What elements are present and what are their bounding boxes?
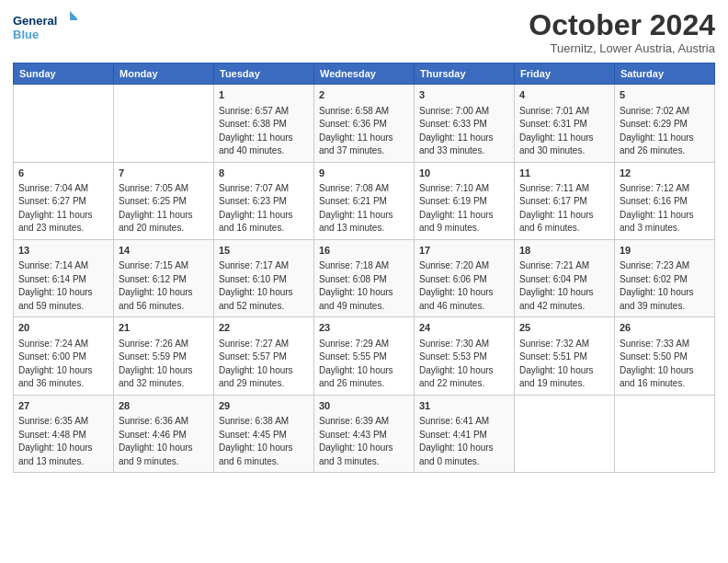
day-info: Sunrise: 7:21 AM Sunset: 6:04 PM Dayligh… xyxy=(519,259,609,313)
day-info: Sunrise: 6:57 AM Sunset: 6:38 PM Dayligh… xyxy=(219,105,309,158)
day-info: Sunrise: 6:41 AM Sunset: 4:41 PM Dayligh… xyxy=(419,415,509,468)
day-info: Sunrise: 7:23 AM Sunset: 6:02 PM Dayligh… xyxy=(620,259,710,313)
weekday-header-monday: Monday xyxy=(114,63,214,85)
day-info: Sunrise: 7:33 AM Sunset: 5:50 PM Dayligh… xyxy=(620,338,710,391)
day-info: Sunrise: 7:27 AM Sunset: 5:57 PM Dayligh… xyxy=(219,338,309,391)
day-number: 8 xyxy=(219,167,309,180)
day-info: Sunrise: 7:05 AM Sunset: 6:25 PM Dayligh… xyxy=(119,182,209,236)
title-block: October 2024 Tuernitz, Lower Austria, Au… xyxy=(529,9,715,55)
day-number: 5 xyxy=(620,88,710,102)
weekday-header-wednesday: Wednesday xyxy=(314,63,415,85)
weekday-header-saturday: Saturday xyxy=(615,63,715,85)
day-number: 31 xyxy=(419,399,509,413)
calendar-cell: 8Sunrise: 7:07 AM Sunset: 6:23 PM Daylig… xyxy=(214,162,314,239)
day-number: 27 xyxy=(18,399,108,413)
weekday-header-sunday: Sunday xyxy=(14,63,114,85)
day-number: 14 xyxy=(119,244,209,258)
day-number: 15 xyxy=(219,244,309,258)
day-info: Sunrise: 7:02 AM Sunset: 6:29 PM Dayligh… xyxy=(620,105,710,158)
day-info: Sunrise: 7:04 AM Sunset: 6:27 PM Dayligh… xyxy=(18,182,108,236)
calendar-cell: 9Sunrise: 7:08 AM Sunset: 6:21 PM Daylig… xyxy=(314,162,415,239)
calendar-cell: 16Sunrise: 7:18 AM Sunset: 6:08 PM Dayli… xyxy=(314,239,415,316)
calendar-cell: 13Sunrise: 7:14 AM Sunset: 6:14 PM Dayli… xyxy=(14,239,114,316)
day-number: 26 xyxy=(620,321,710,335)
day-info: Sunrise: 7:10 AM Sunset: 6:19 PM Dayligh… xyxy=(419,182,509,236)
calendar-cell: 24Sunrise: 7:30 AM Sunset: 5:53 PM Dayli… xyxy=(415,317,515,395)
svg-text:Blue: Blue xyxy=(13,28,39,41)
calendar-cell: 30Sunrise: 6:39 AM Sunset: 4:43 PM Dayli… xyxy=(314,395,415,472)
day-number: 13 xyxy=(18,244,108,258)
calendar-cell: 7Sunrise: 7:05 AM Sunset: 6:25 PM Daylig… xyxy=(114,162,214,239)
weekday-header-tuesday: Tuesday xyxy=(214,63,314,85)
calendar-cell: 28Sunrise: 6:36 AM Sunset: 4:46 PM Dayli… xyxy=(114,395,214,472)
day-number: 1 xyxy=(219,88,309,102)
calendar-table: SundayMondayTuesdayWednesdayThursdayFrid… xyxy=(13,63,715,473)
calendar-cell xyxy=(515,395,615,472)
day-info: Sunrise: 6:38 AM Sunset: 4:45 PM Dayligh… xyxy=(219,415,309,468)
calendar-cell: 27Sunrise: 6:35 AM Sunset: 4:48 PM Dayli… xyxy=(14,395,114,472)
day-number: 3 xyxy=(419,88,509,102)
day-number: 18 xyxy=(519,244,609,258)
calendar-cell: 6Sunrise: 7:04 AM Sunset: 6:27 PM Daylig… xyxy=(14,162,114,239)
day-number: 20 xyxy=(18,321,108,335)
calendar-cell: 22Sunrise: 7:27 AM Sunset: 5:57 PM Dayli… xyxy=(214,317,314,395)
calendar-cell: 3Sunrise: 7:00 AM Sunset: 6:33 PM Daylig… xyxy=(415,85,515,162)
day-number: 22 xyxy=(219,321,309,335)
weekday-header-thursday: Thursday xyxy=(415,63,515,85)
day-info: Sunrise: 7:12 AM Sunset: 6:16 PM Dayligh… xyxy=(620,182,710,236)
day-number: 17 xyxy=(419,244,509,258)
day-number: 7 xyxy=(119,167,209,180)
calendar-cell: 11Sunrise: 7:11 AM Sunset: 6:17 PM Dayli… xyxy=(515,162,615,239)
day-number: 2 xyxy=(319,88,409,102)
day-info: Sunrise: 7:32 AM Sunset: 5:51 PM Dayligh… xyxy=(519,338,609,391)
day-info: Sunrise: 6:39 AM Sunset: 4:43 PM Dayligh… xyxy=(319,415,409,468)
day-number: 30 xyxy=(319,399,409,413)
day-info: Sunrise: 7:26 AM Sunset: 5:59 PM Dayligh… xyxy=(119,338,209,391)
calendar-cell: 29Sunrise: 6:38 AM Sunset: 4:45 PM Dayli… xyxy=(214,395,314,472)
calendar-cell: 5Sunrise: 7:02 AM Sunset: 6:29 PM Daylig… xyxy=(615,85,715,162)
calendar-cell: 18Sunrise: 7:21 AM Sunset: 6:04 PM Dayli… xyxy=(515,239,615,316)
calendar-cell: 26Sunrise: 7:33 AM Sunset: 5:50 PM Dayli… xyxy=(615,317,715,395)
day-info: Sunrise: 7:08 AM Sunset: 6:21 PM Dayligh… xyxy=(319,182,409,236)
day-number: 9 xyxy=(319,167,409,180)
calendar-cell: 21Sunrise: 7:26 AM Sunset: 5:59 PM Dayli… xyxy=(114,317,214,395)
calendar-cell: 1Sunrise: 6:57 AM Sunset: 6:38 PM Daylig… xyxy=(214,85,314,162)
calendar-cell xyxy=(615,395,715,472)
weekday-header-friday: Friday xyxy=(515,63,615,85)
day-info: Sunrise: 7:00 AM Sunset: 6:33 PM Dayligh… xyxy=(419,105,509,158)
calendar-cell: 25Sunrise: 7:32 AM Sunset: 5:51 PM Dayli… xyxy=(515,317,615,395)
day-number: 28 xyxy=(119,399,209,413)
day-number: 4 xyxy=(519,88,609,102)
day-number: 6 xyxy=(18,167,108,180)
day-info: Sunrise: 7:20 AM Sunset: 6:06 PM Dayligh… xyxy=(419,259,509,313)
day-info: Sunrise: 7:07 AM Sunset: 6:23 PM Dayligh… xyxy=(219,182,309,236)
day-number: 21 xyxy=(119,321,209,335)
day-info: Sunrise: 7:17 AM Sunset: 6:10 PM Dayligh… xyxy=(219,259,309,313)
day-info: Sunrise: 7:14 AM Sunset: 6:14 PM Dayligh… xyxy=(18,259,108,313)
day-number: 16 xyxy=(319,244,409,258)
calendar-cell: 19Sunrise: 7:23 AM Sunset: 6:02 PM Dayli… xyxy=(615,239,715,316)
calendar-cell: 12Sunrise: 7:12 AM Sunset: 6:16 PM Dayli… xyxy=(615,162,715,239)
day-number: 19 xyxy=(620,244,710,258)
day-number: 23 xyxy=(319,321,409,335)
day-info: Sunrise: 7:15 AM Sunset: 6:12 PM Dayligh… xyxy=(119,259,209,313)
calendar-cell xyxy=(114,85,214,162)
day-info: Sunrise: 7:24 AM Sunset: 6:00 PM Dayligh… xyxy=(18,338,108,391)
calendar-cell: 2Sunrise: 6:58 AM Sunset: 6:36 PM Daylig… xyxy=(314,85,415,162)
calendar-cell xyxy=(14,85,114,162)
calendar-cell: 14Sunrise: 7:15 AM Sunset: 6:12 PM Dayli… xyxy=(114,239,214,316)
day-info: Sunrise: 6:35 AM Sunset: 4:48 PM Dayligh… xyxy=(18,415,108,468)
day-info: Sunrise: 7:18 AM Sunset: 6:08 PM Dayligh… xyxy=(319,259,409,313)
day-info: Sunrise: 7:30 AM Sunset: 5:53 PM Dayligh… xyxy=(419,338,509,391)
day-info: Sunrise: 7:11 AM Sunset: 6:17 PM Dayligh… xyxy=(519,182,609,236)
day-info: Sunrise: 7:01 AM Sunset: 6:31 PM Dayligh… xyxy=(519,105,609,158)
svg-marker-2 xyxy=(70,11,77,20)
day-number: 29 xyxy=(219,399,309,413)
day-number: 10 xyxy=(419,167,509,180)
calendar-cell: 23Sunrise: 7:29 AM Sunset: 5:55 PM Dayli… xyxy=(314,317,415,395)
calendar-cell: 4Sunrise: 7:01 AM Sunset: 6:31 PM Daylig… xyxy=(515,85,615,162)
day-number: 25 xyxy=(519,321,609,335)
calendar-cell: 20Sunrise: 7:24 AM Sunset: 6:00 PM Dayli… xyxy=(14,317,114,395)
calendar-cell: 17Sunrise: 7:20 AM Sunset: 6:06 PM Dayli… xyxy=(415,239,515,316)
calendar-cell: 15Sunrise: 7:17 AM Sunset: 6:10 PM Dayli… xyxy=(214,239,314,316)
